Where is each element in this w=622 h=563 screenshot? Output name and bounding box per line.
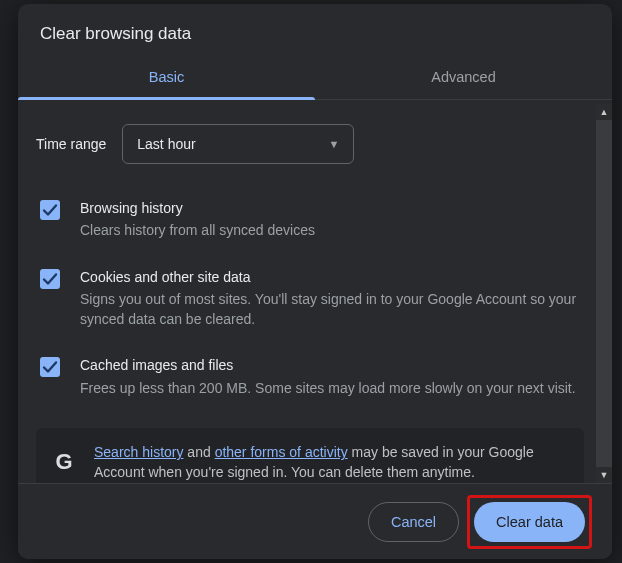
option-desc: Clears history from all synced devices [80,220,580,240]
option-title: Cookies and other site data [80,267,580,287]
option-browsing-history: Browsing history Clears history from all… [36,192,584,261]
option-cookies: Cookies and other site data Signs you ou… [36,261,584,350]
dialog-title: Clear browsing data [18,4,612,54]
dialog-footer: Cancel Clear data [18,483,612,559]
search-history-link[interactable]: Search history [94,444,183,460]
clear-data-button[interactable]: Clear data [474,502,585,542]
google-account-notice: G Search history and other forms of acti… [36,428,584,483]
time-range-row: Time range Last hour ▼ [36,124,584,164]
tab-bar: Basic Advanced [18,54,612,100]
clear-data-highlight: Clear data [467,495,592,549]
scroll-down-icon[interactable]: ▼ [596,467,612,483]
option-title: Browsing history [80,198,580,218]
option-title: Cached images and files [80,355,580,375]
other-activity-link[interactable]: other forms of activity [215,444,348,460]
option-desc: Frees up less than 200 MB. Some sites ma… [80,378,580,398]
time-range-select[interactable]: Last hour ▼ [122,124,354,164]
time-range-value: Last hour [137,136,195,152]
checkbox-cache[interactable] [40,357,60,377]
scrollbar[interactable]: ▲ ▼ [596,104,612,483]
dialog-content: Time range Last hour ▼ Browsing history … [18,104,596,483]
notice-text: Search history and other forms of activi… [94,442,568,483]
option-desc: Signs you out of most sites. You'll stay… [80,289,580,330]
checkbox-browsing-history[interactable] [40,200,60,220]
scroll-up-icon[interactable]: ▲ [596,104,612,120]
time-range-label: Time range [36,136,106,152]
tab-basic[interactable]: Basic [18,54,315,99]
tab-advanced[interactable]: Advanced [315,54,612,99]
google-icon: G [52,446,76,478]
clear-browsing-data-dialog: Clear browsing data Basic Advanced Time … [18,4,612,559]
checkbox-cookies[interactable] [40,269,60,289]
cancel-button[interactable]: Cancel [368,502,459,542]
option-cache: Cached images and files Frees up less th… [36,349,584,418]
chevron-down-icon: ▼ [328,138,339,150]
